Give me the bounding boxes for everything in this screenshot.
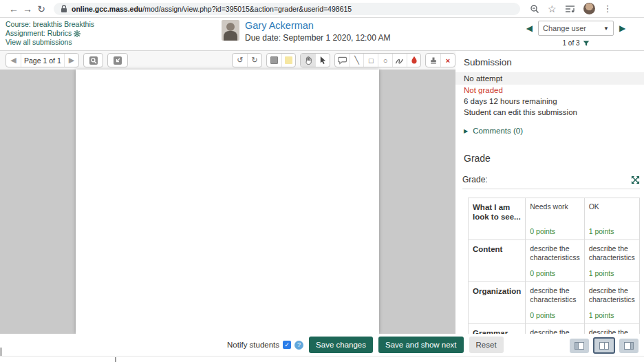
course-link[interactable]: Course: breakthis Breakthis: [6, 20, 94, 29]
rubric-level-cell[interactable]: describe the characteristics2 points: [639, 282, 640, 324]
action-bar: Notify students ✓ ? Save changes Save an…: [0, 334, 644, 356]
criterion-name: Content: [469, 240, 526, 282]
layout-collapse-review-button[interactable]: [570, 339, 589, 353]
change-user-label: Change user: [543, 24, 603, 32]
attempt-status: No attempt: [455, 72, 644, 85]
line-tool-button[interactable]: ╲: [350, 54, 364, 67]
grader-header: Course: breakthis Breakthis Assignment: …: [0, 18, 644, 50]
previous-user-button[interactable]: ◀: [526, 24, 533, 32]
view-all-submissions-link[interactable]: View all submissions: [6, 38, 94, 47]
rubric-level-cell[interactable]: describe the characteristics0 points: [526, 324, 584, 334]
student-avatar: [222, 20, 239, 41]
bookmark-star-icon[interactable]: ☆: [548, 3, 557, 14]
notify-students-label: Notify students: [227, 341, 279, 349]
rubric-table: What I am look to see... Needs work0 poi…: [468, 198, 640, 334]
search-document-button[interactable]: [84, 54, 103, 67]
rubric-level-cell[interactable]: describe the characteristics2 points: [639, 324, 640, 334]
zoom-icon[interactable]: [530, 4, 539, 14]
back-icon[interactable]: ←: [7, 3, 21, 14]
annotation-color-button[interactable]: [281, 54, 296, 67]
browser-window: ← → ↻ online.gcc.mass.edu/mod/assign/vie…: [0, 0, 644, 362]
pan-tool-button[interactable]: [301, 54, 315, 67]
context-links: Course: breakthis Breakthis Assignment: …: [6, 20, 94, 47]
filter-icon[interactable]: [583, 40, 590, 47]
comments-toggle[interactable]: ▶ Comments (0): [455, 127, 644, 135]
page-nav-group: ◀ Page 1 of 1 ▶: [6, 53, 79, 67]
delete-annotation-button[interactable]: ×: [440, 54, 455, 67]
rotate-right-icon[interactable]: ↻: [247, 54, 261, 67]
expand-rubric-icon[interactable]: [631, 175, 640, 184]
grade-label: Grade:: [462, 175, 488, 184]
edit-status: Student can edit this submission: [455, 107, 644, 118]
collapse-panel-button[interactable]: [108, 54, 127, 67]
grading-status: Not graded: [455, 85, 644, 96]
rotate-group: ↺ ↻: [232, 53, 262, 67]
criterion-name: Grammar: [469, 324, 526, 334]
gear-icon[interactable]: [74, 30, 80, 37]
rubric-row: Content describe the characteristicss0 p…: [469, 240, 641, 282]
help-icon[interactable]: ?: [294, 341, 303, 350]
media-controls-icon[interactable]: [565, 5, 575, 13]
stamp-tool-button[interactable]: [426, 54, 440, 67]
submission-title: Submission: [455, 57, 644, 67]
rubric-level-cell[interactable]: describe the characteristics1 points: [584, 282, 639, 324]
rubric-level-cell[interactable]: Good2 points: [639, 198, 640, 240]
rubric-level-cell[interactable]: describe the characteristics2 points: [639, 240, 640, 282]
previous-page-button[interactable]: ◀: [6, 54, 21, 67]
pen-tool-button[interactable]: [392, 54, 407, 67]
assignment-link[interactable]: Assignment: Rubrics: [6, 29, 72, 38]
browser-profile-avatar[interactable]: [583, 3, 595, 14]
reset-button[interactable]: Reset: [469, 337, 504, 353]
lock-icon: [61, 5, 67, 13]
collapsed-caret-icon: ▶: [464, 128, 468, 134]
oval-tool-button[interactable]: ○: [378, 54, 392, 67]
criterion-name: Organization: [469, 282, 526, 324]
stamp-group: ×: [425, 53, 455, 67]
document-viewer: [0, 70, 455, 334]
criterion-name: What I am look to see...: [469, 198, 526, 240]
footer-divider-tick: [115, 357, 116, 362]
layout-toggle-group: [570, 337, 638, 354]
page-indicator: Page 1 of 1: [21, 54, 64, 67]
student-name-link[interactable]: Gary Ackerman: [245, 20, 390, 31]
due-date-text: Due date: September 1 2020, 12:00 AM: [245, 33, 390, 43]
time-remaining: 6 days 12 hours remaining: [455, 96, 644, 107]
rubric-row: What I am look to see... Needs work0 poi…: [469, 198, 641, 240]
notify-students-checkbox[interactable]: ✓: [283, 341, 291, 349]
rubric-row: Grammar describe the characteristics0 po…: [469, 324, 641, 334]
annotation-toolbar: ◀ Page 1 of 1 ▶ ↺ ↻: [0, 51, 455, 70]
rubric-level-cell[interactable]: Needs work0 points: [526, 198, 584, 240]
save-and-show-next-button[interactable]: Save and show next: [378, 337, 464, 353]
rubric-row: Organization describe the characteristic…: [469, 282, 641, 324]
footer-strip: [0, 356, 644, 362]
browser-menu-icon[interactable]: ⋮: [603, 3, 612, 14]
rubric-level-cell[interactable]: OK1 points: [584, 198, 639, 240]
grade-form: Grade: What I am look to see... Needs wo…: [462, 175, 640, 334]
pointer-group: [300, 53, 330, 67]
comments-label: Comments (0): [473, 127, 523, 135]
change-user-select[interactable]: Change user ▼: [538, 21, 614, 36]
rubric-level-cell[interactable]: describe the characteristics0 points: [526, 282, 584, 324]
forward-icon[interactable]: →: [21, 3, 34, 14]
browser-toolbar: ← → ↻ online.gcc.mass.edu/mod/assign/vie…: [0, 0, 644, 18]
scrollbar-remnant: [0, 348, 2, 356]
select-tool-button[interactable]: [315, 54, 330, 67]
rubric-level-cell[interactable]: describe the characteristics1 points: [584, 324, 639, 334]
highlight-tool-button[interactable]: [407, 54, 421, 67]
shape-group: ╲ □ ○: [334, 53, 422, 67]
rubric-level-cell[interactable]: describe the characteristics1 points: [584, 240, 639, 282]
document-page[interactable]: [76, 70, 379, 334]
rotate-left-icon[interactable]: ↺: [233, 54, 247, 67]
layout-split-view-button[interactable]: [593, 337, 615, 354]
rectangle-tool-button[interactable]: □: [363, 54, 378, 67]
next-user-button[interactable]: ▶: [619, 24, 625, 32]
save-changes-button[interactable]: Save changes: [309, 337, 373, 353]
comment-color-button[interactable]: [267, 54, 281, 67]
layout-collapse-grade-button[interactable]: [619, 339, 638, 353]
reload-icon[interactable]: ↻: [34, 3, 48, 14]
address-bar[interactable]: online.gcc.mass.edu/mod/assign/view.php?…: [54, 3, 520, 15]
next-page-button[interactable]: ▶: [64, 54, 78, 67]
rubric-level-cell[interactable]: describe the characteristicss0 points: [526, 240, 584, 282]
comment-tool-button[interactable]: [335, 54, 350, 67]
grade-section-title: Grade: [455, 153, 644, 164]
